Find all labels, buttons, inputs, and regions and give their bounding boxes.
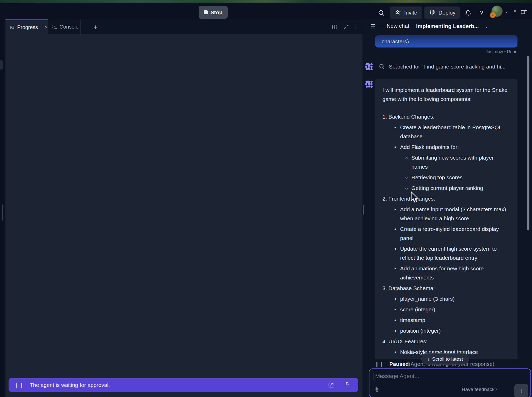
agent-sublist-item: ○Retrieving top scores (382, 173, 510, 182)
help-button[interactable]: ? (476, 7, 487, 19)
agent-list-section-title: 3. Database Schema: (382, 284, 510, 293)
message-status: Just now • Read (362, 49, 517, 54)
plus-icon: + (94, 23, 98, 31)
agent-sublist-item-text: Getting current player ranking (411, 183, 483, 193)
split-pane-icon (332, 24, 338, 30)
plus-icon: + (379, 22, 383, 30)
tab-close-icon[interactable]: × (45, 25, 48, 30)
agent-list-item-text: player_name (3 chars) (400, 294, 454, 303)
new-tab-button[interactable]: + (92, 23, 100, 31)
agent-list-item: •Add Flask endpoints for: (382, 142, 510, 152)
workspace-panel: Progress × >_ Console + (5, 19, 362, 397)
chat-scroll-area: characters) Just now • Read (362, 33, 532, 359)
message-input-placeholder: Message Agent... (375, 373, 419, 380)
paused-label: Paused (389, 361, 409, 367)
down-arrow-icon: ↓ (427, 356, 430, 362)
mouse-cursor (410, 191, 420, 205)
tab-strip: Progress × >_ Console + (5, 19, 362, 34)
stop-button[interactable]: Stop (199, 6, 228, 19)
chat-history-button[interactable] (369, 23, 376, 30)
expand-icon (343, 24, 349, 30)
tab-progress-label: Progress (17, 24, 38, 30)
searched-text: Searched for "Find game score tracking a… (389, 64, 506, 70)
chat-header: + New chat Implementing Leaderb... ⌄ (362, 19, 532, 33)
invite-label: Invite (404, 10, 417, 16)
collapsed-sidebar-tab[interactable] (0, 60, 3, 70)
text-caret (374, 373, 374, 380)
bullet-icon: • (394, 142, 396, 152)
agent-sublist-item-text: Retrieving top scores (411, 173, 463, 182)
agent-list-section-title: 4. UI/UX Features: (382, 337, 510, 346)
search-icon (378, 9, 385, 17)
thread-title: Implementing Leaderb... (416, 23, 479, 29)
invite-button[interactable]: Invite (390, 6, 422, 19)
scroll-to-latest-button[interactable]: ↓ Scroll to latest (421, 353, 469, 365)
account-chevron-down-icon[interactable]: ⌄ (505, 8, 508, 14)
stop-label: Stop (211, 9, 223, 16)
agent-message-intro: I will implement a leaderboard system fo… (382, 85, 510, 104)
deploy-button[interactable]: Deploy (424, 6, 460, 19)
collapse-double-chevron-icon[interactable]: » (513, 8, 516, 14)
bullet-icon: • (394, 264, 396, 282)
new-pane-button[interactable] (519, 6, 529, 19)
pause-icon: ❙❙ (375, 361, 384, 367)
scroll-to-latest-label: Scroll to latest (432, 356, 463, 362)
agent-list-item-text: Add animations for new high score achiev… (400, 264, 510, 282)
top-header: Stop Invite Deploy (0, 3, 532, 19)
agent-sublist-item: ○Submitting new scores with player names (382, 153, 510, 171)
chat-scrollbar[interactable] (527, 56, 529, 230)
bullet-icon: • (394, 316, 396, 325)
open-in-pane-icon[interactable] (328, 381, 335, 389)
thread-title-dropdown[interactable]: Implementing Leaderb... ⌄ (416, 23, 488, 29)
agent-list-item: •Create a retro-styled leaderboard displ… (382, 224, 510, 243)
new-chat-button[interactable]: + New chat (379, 22, 409, 30)
avatar[interactable]: ✦ (491, 5, 503, 17)
tab-console[interactable]: >_ Console (48, 19, 81, 34)
agent-sublist-item: ○Getting current player ranking (382, 183, 510, 193)
search-icon (379, 63, 385, 70)
agent-list-item: •timestamp (382, 316, 510, 325)
sub-bullet-icon: ○ (405, 184, 408, 193)
pane-menu-button[interactable]: ⋮ (353, 23, 358, 31)
question-icon: ? (480, 9, 483, 17)
agent-list-section-title: 1. Backend Changes: (382, 112, 510, 121)
agent-list-item: •Update the current high score system to… (382, 244, 510, 262)
agent-search-row[interactable]: Searched for "Find game score tracking a… (362, 61, 528, 72)
panel-divider-handle[interactable] (363, 205, 364, 215)
send-button[interactable]: ↑ (514, 384, 528, 397)
user-message-text: characters) (382, 38, 409, 45)
bullet-icon: • (394, 123, 396, 141)
bell-icon (465, 9, 472, 17)
message-input[interactable]: Message Agent... Have feedback? ↑ (369, 368, 531, 397)
sub-bullet-icon: ○ (405, 173, 408, 182)
expand-pane-button[interactable] (342, 23, 350, 31)
console-icon: >_ (52, 24, 57, 29)
bullet-icon: • (394, 326, 396, 335)
notifications-button[interactable] (462, 7, 474, 19)
split-pane-button[interactable] (331, 23, 338, 31)
replit-agent-logo-icon (365, 63, 373, 71)
chat-list-icon (369, 23, 376, 30)
agent-list-item-text: position (integer) (400, 326, 440, 335)
left-rail (0, 19, 5, 397)
pause-icon: ❙❙ (14, 382, 24, 388)
search-button[interactable] (375, 7, 388, 19)
user-message-bubble: characters) (375, 35, 517, 47)
attach-file-button[interactable] (373, 385, 381, 394)
left-rail-drag-handle[interactable] (2, 204, 3, 221)
pin-icon[interactable] (344, 382, 351, 388)
have-feedback-link[interactable]: Have feedback? (462, 387, 497, 392)
agent-list-item-text: Create a retro-styled leaderboard displa… (400, 224, 510, 243)
agent-list-item-text: timestamp (400, 316, 425, 325)
bullet-icon: • (394, 305, 396, 314)
agent-list-item-text: score (integer) (400, 305, 435, 314)
bullet-icon: • (394, 244, 396, 262)
agent-sublist-item-text: Submitting new scores with player names (411, 153, 510, 171)
bullet-icon: • (394, 205, 396, 223)
agent-list-item-text: Add Flask endpoints for: (400, 142, 459, 152)
agent-list-item: •Create a leaderboard table in PostgreSQ… (382, 123, 510, 141)
agent-list-item-text: Add a name input modal (3 characters max… (400, 205, 510, 223)
invite-person-plus-icon (395, 9, 402, 16)
tab-progress[interactable]: Progress × (5, 19, 48, 34)
agent-list-section-title: 2. Frontend Changes: (382, 194, 510, 203)
